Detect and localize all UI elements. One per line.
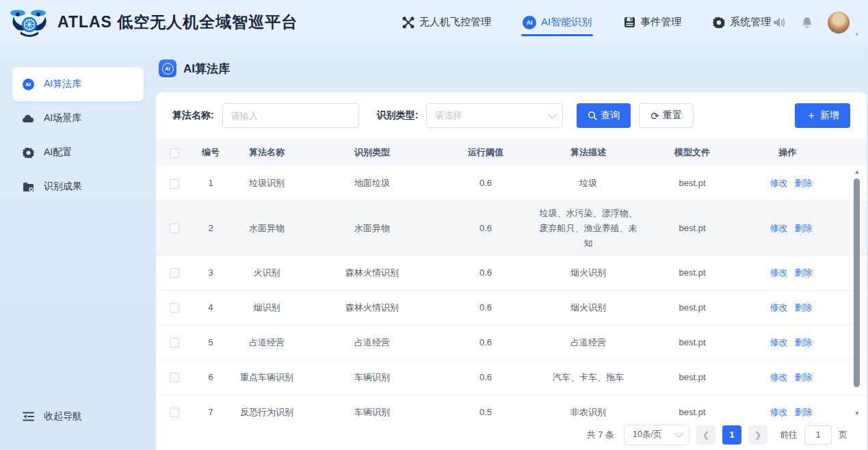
cell-actions: 修改删除 [740, 290, 867, 325]
sidebar-item-recognition-results[interactable]: 识别成果 [12, 170, 144, 204]
drone-logo-icon [8, 7, 51, 38]
cell-model: best.pt [644, 395, 740, 419]
cell-id: 4 [193, 290, 228, 325]
scrollbar-thumb[interactable] [854, 178, 860, 387]
row-checkbox-cell [156, 290, 193, 325]
page-size-select[interactable]: 10条/页 [624, 425, 689, 445]
row-checkbox-cell [156, 325, 193, 360]
total-count-label: 共 7 条 [587, 429, 614, 441]
page-header: AI AI算法库 [156, 44, 868, 83]
sidebar-item-label: AI场景库 [44, 112, 81, 124]
nav-label: AI智能识别 [541, 16, 592, 29]
cell-id: 3 [193, 255, 228, 290]
ai-badge-icon: AI [523, 16, 536, 29]
row-checkbox[interactable] [170, 338, 179, 347]
delete-link[interactable]: 删除 [795, 407, 813, 417]
row-checkbox[interactable] [170, 224, 179, 233]
row-checkbox[interactable] [170, 373, 179, 382]
row-checkbox[interactable] [170, 179, 179, 189]
ai-page-badge-icon: AI [159, 59, 176, 77]
table-header-row: 编号 算法名称 识别类型 运行阈值 算法描述 模型文件 操作 [156, 139, 867, 166]
cell-actions: 修改删除 [740, 360, 867, 395]
current-page-button[interactable]: 1 [722, 425, 741, 445]
sidebar-item-label: 识别成果 [44, 181, 82, 193]
delete-link[interactable]: 删除 [795, 302, 813, 313]
algorithm-name-input[interactable] [222, 103, 359, 128]
row-checkbox[interactable] [170, 303, 179, 313]
cell-actions: 修改删除 [740, 325, 867, 360]
pagination-bar: 共 7 条 10条/页 ❮ 1 ❯ 前往 页 [156, 419, 867, 450]
sidebar-item-ai-scene-library[interactable]: AI场景库 [12, 101, 144, 135]
cell-id: 2 [193, 201, 228, 255]
app-title: ATLAS 低空无人机全域智巡平台 [57, 12, 298, 33]
sidebar: AI AI算法库 AI场景库 AI配置 [0, 44, 156, 450]
nav-label: 系统管理 [730, 16, 771, 29]
nav-item-system-management[interactable]: 系统管理 [713, 0, 771, 44]
goto-page-input[interactable] [804, 425, 832, 445]
col-header-type: 识别类型 [305, 139, 439, 166]
row-checkbox-cell [156, 201, 193, 255]
cell-name: 反恐行为识别 [228, 395, 305, 419]
collapse-nav-button[interactable]: 收起导航 [12, 410, 82, 423]
nav-item-drone-management[interactable]: 无人机飞控管理 [402, 0, 491, 44]
reset-button-label: 重置 [663, 109, 682, 122]
search-button[interactable]: 查询 [577, 103, 631, 128]
sidebar-item-ai-config[interactable]: AI配置 [12, 135, 144, 170]
user-avatar[interactable] [828, 12, 850, 34]
speaker-icon[interactable] [773, 16, 787, 29]
edit-link[interactable]: 修改 [770, 178, 788, 188]
table-scrollbar[interactable]: ▲ ▼ [853, 169, 861, 417]
reset-button[interactable]: ⟳ 重置 [639, 103, 694, 128]
cell-name: 烟识别 [228, 290, 305, 325]
row-checkbox-cell [156, 395, 193, 419]
cell-desc: 烟火识别 [532, 255, 644, 290]
nav-label: 无人机飞控管理 [419, 16, 491, 29]
table-row: 7反恐行为识别车辆识别0.5非农识别best.pt修改删除 [156, 395, 867, 419]
table-body-region: 1垃圾识别地面垃圾0.6垃圾best.pt修改删除2水面异物水面异物0.6垃圾、… [156, 166, 867, 419]
recognition-type-select[interactable]: 请选择 [426, 103, 563, 128]
cell-type: 车辆识别 [305, 395, 439, 419]
edit-link[interactable]: 修改 [770, 223, 788, 233]
cell-type: 占道经营 [305, 325, 439, 360]
cell-name: 水面异物 [228, 201, 305, 255]
nav-item-event-management[interactable]: 事件管理 [623, 0, 681, 44]
gear-icon [713, 16, 725, 29]
edit-link[interactable]: 修改 [770, 337, 788, 347]
prev-page-button[interactable]: ❮ [696, 425, 715, 445]
edit-link[interactable]: 修改 [770, 372, 788, 382]
scroll-up-arrow-icon[interactable]: ▲ [853, 169, 861, 176]
cell-model: best.pt [644, 255, 740, 290]
table-row: 2水面异物水面异物0.6垃圾、水污染、漂浮物、废弃船只、渔业养殖、未知best.… [156, 201, 867, 255]
cell-type: 森林火情识别 [305, 255, 439, 290]
nav-item-ai-recognition[interactable]: AI AI智能识别 [523, 0, 592, 44]
edit-link[interactable]: 修改 [770, 267, 788, 278]
scroll-down-arrow-icon[interactable]: ▼ [853, 410, 861, 417]
plus-icon: ＋ [806, 110, 817, 121]
refresh-icon: ⟳ [650, 111, 659, 121]
row-checkbox[interactable] [170, 408, 179, 417]
cell-desc: 占道经营 [532, 325, 644, 360]
cell-actions: 修改删除 [740, 166, 867, 201]
delete-link[interactable]: 删除 [795, 178, 813, 188]
edit-link[interactable]: 修改 [770, 407, 788, 417]
select-all-checkbox[interactable] [170, 148, 179, 158]
cell-desc: 非农识别 [532, 395, 644, 419]
table-row: 6重点车辆识别车辆识别0.6汽车、卡车、拖车best.pt修改删除 [156, 360, 867, 395]
chevron-down-icon[interactable]: ▾ [855, 31, 858, 38]
delete-link[interactable]: 删除 [795, 267, 813, 278]
edit-link[interactable]: 修改 [770, 302, 788, 313]
cell-threshold: 0.6 [439, 360, 532, 395]
cell-threshold: 0.5 [439, 395, 532, 419]
bell-icon[interactable] [800, 16, 814, 29]
delete-link[interactable]: 删除 [795, 372, 813, 382]
delete-link[interactable]: 删除 [795, 223, 813, 233]
sidebar-item-ai-algorithm-library[interactable]: AI AI算法库 [12, 67, 144, 101]
cell-id: 7 [193, 395, 228, 419]
next-page-button[interactable]: ❯ [748, 425, 767, 445]
row-checkbox[interactable] [170, 268, 179, 278]
sidebar-item-label: AI配置 [44, 146, 72, 159]
folder-icon [22, 181, 34, 193]
add-button[interactable]: ＋ 新增 [795, 103, 850, 128]
delete-link[interactable]: 删除 [795, 337, 813, 347]
chevron-down-icon [674, 429, 683, 438]
